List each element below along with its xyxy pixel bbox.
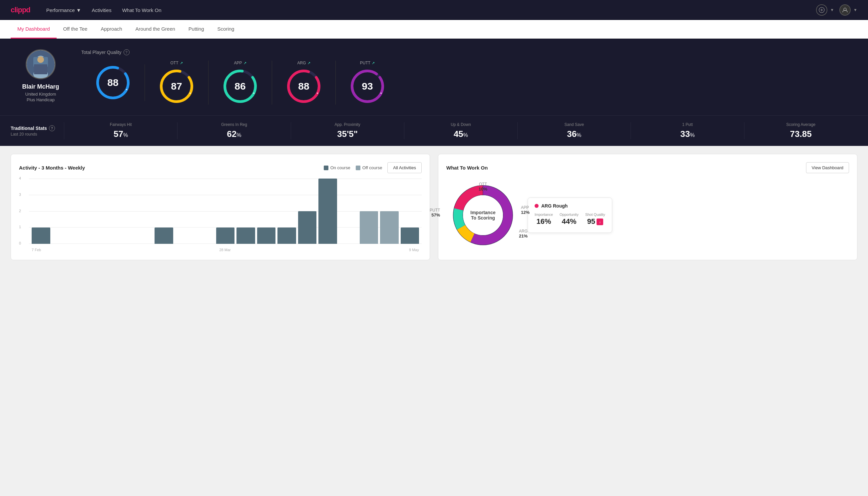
top-nav: clippd Performance ▼ Activities What To …	[0, 0, 868, 20]
bar-14	[318, 179, 337, 244]
subnav-my-dashboard[interactable]: My Dashboard	[11, 20, 57, 38]
bars-container	[29, 179, 422, 244]
player-card: Blair McHarg United Kingdom Plus Handica…	[11, 49, 70, 102]
view-dashboard-button[interactable]: View Dashboard	[806, 162, 849, 173]
stat-app-proximity-label: App. Proximity	[297, 122, 399, 127]
subnav-off-the-tee[interactable]: Off the Tee	[57, 20, 94, 38]
activity-chart-card: Activity - 3 Months - Weekly On course O…	[11, 154, 430, 260]
stat-sand-save: Sand Save 36%	[517, 122, 631, 139]
wtwo-title: What To Work On	[446, 165, 488, 171]
traditional-stats-row: Fairways Hit 57% Greens In Reg 62% App. …	[64, 122, 857, 139]
bar-group-14	[318, 179, 337, 244]
bar-10	[236, 228, 255, 244]
stat-sand-save-value: 36%	[523, 129, 625, 139]
hero-section: Blair McHarg United Kingdom Plus Handica…	[0, 38, 868, 115]
arg-importance-value: 16%	[535, 217, 553, 226]
arg-stat-importance: Importance 16%	[535, 213, 553, 226]
stat-sand-save-label: Sand Save	[523, 122, 625, 127]
traditional-stats-label: Traditional Stats ? Last 20 rounds	[11, 125, 64, 137]
traditional-stats-title: Traditional Stats ?	[11, 125, 64, 131]
stat-up-and-down-label: Up & Down	[410, 122, 512, 127]
x-label-mar: 28 Mar	[219, 248, 231, 252]
wtwo-header: What To Work On View Dashboard	[446, 162, 849, 173]
svg-point-9	[37, 56, 44, 63]
gauge-arg-ring: 88	[285, 68, 322, 105]
performance-dropdown-icon: ▼	[76, 7, 81, 13]
tpq-help-icon[interactable]: ?	[124, 49, 129, 55]
bar-group-6	[155, 228, 173, 244]
ott-trend-icon: ↗	[180, 61, 183, 65]
gauge-ott: OTT ↗ 87	[145, 61, 208, 105]
stat-fairways-hit-label: Fairways Hit	[69, 122, 172, 127]
arg-opportunity-value: 44%	[559, 217, 579, 226]
x-label-may: 9 May	[409, 248, 419, 252]
putt-trend-icon: ↗	[372, 61, 375, 65]
subnav-scoring[interactable]: Scoring	[211, 20, 241, 38]
subnav-putting[interactable]: Putting	[182, 20, 211, 38]
bar-chart-area: 4 3 2 1 0 7 Feb 28 Mar 9 May	[19, 179, 422, 252]
legend-on-course-dot	[324, 166, 328, 170]
donut-label-app: APP 12%	[521, 205, 530, 215]
nav-performance[interactable]: Performance ▼	[46, 5, 81, 16]
player-country: United Kingdom	[25, 92, 56, 97]
stats-area: Total Player Quality ? 88 OTT	[81, 49, 857, 105]
gauge-putt: PUTT ↗ 93	[336, 61, 399, 105]
stat-up-and-down-value: 45%	[410, 129, 512, 139]
traditional-stats-section: Traditional Stats ? Last 20 rounds Fairw…	[0, 115, 868, 146]
add-button[interactable]	[816, 4, 827, 16]
x-label-feb: 7 Feb	[32, 248, 41, 252]
bar-group-17	[380, 211, 399, 244]
tpq-label: Total Player Quality ?	[81, 49, 857, 55]
chart-legend: On course Off course	[324, 165, 382, 170]
bottom-section: Activity - 3 Months - Weekly On course O…	[0, 146, 868, 268]
gauge-arg-value: 88	[298, 81, 309, 92]
donut-chart-wrap: Importance To Scoring OTT 10% APP 12% AR…	[446, 179, 520, 252]
gauge-ott-value: 87	[171, 81, 182, 92]
nav-activities[interactable]: Activities	[92, 5, 112, 16]
bar-17	[380, 211, 399, 244]
stat-scoring-average: Scoring Average 73.85	[744, 122, 857, 139]
gauge-app-ring: 86	[222, 68, 258, 105]
gauge-putt-ring: 93	[349, 68, 386, 105]
down-arrow-badge: ↓	[597, 218, 603, 225]
svg-rect-10	[34, 64, 47, 74]
stat-greens-in-reg: Greens In Reg 62%	[177, 122, 290, 139]
bar-12	[278, 228, 296, 244]
stat-1-putt-value: 33%	[636, 129, 739, 139]
bar-18	[401, 228, 419, 244]
user-avatar-button[interactable]	[839, 4, 851, 16]
app-trend-icon: ↗	[243, 61, 247, 65]
subnav-around-the-green[interactable]: Around the Green	[129, 20, 182, 38]
gauge-ott-ring: 87	[158, 68, 195, 105]
bar-11	[257, 228, 276, 244]
all-activities-button[interactable]: All Activities	[388, 162, 422, 173]
gauge-putt-label: PUTT ↗	[360, 61, 375, 65]
logo: clippd	[11, 6, 30, 14]
bar-group-18	[401, 228, 419, 244]
stat-scoring-average-value: 73.85	[750, 129, 852, 139]
bar-group-11	[257, 228, 276, 244]
donut-label-arg: ARG 21%	[519, 229, 527, 238]
arg-trend-icon: ↗	[307, 61, 311, 65]
sub-nav: My Dashboard Off the Tee Approach Around…	[0, 20, 868, 38]
chart-header: Activity - 3 Months - Weekly On course O…	[19, 162, 422, 173]
bar-group-16	[360, 211, 378, 244]
stat-1-putt-label: 1 Putt	[636, 122, 739, 127]
stat-up-and-down: Up & Down 45%	[404, 122, 517, 139]
bar-group-12	[278, 228, 296, 244]
gauge-overall-ring: 88	[95, 64, 131, 101]
arg-stat-opportunity: Opportunity 44%	[559, 213, 579, 226]
gauge-overall: 88	[81, 64, 145, 101]
arg-stats-row: Importance 16% Opportunity 44% Shot Qual…	[535, 213, 605, 226]
arg-panel-title: ARG Rough	[535, 203, 605, 208]
stat-fairways-hit-value: 57%	[69, 129, 172, 139]
nav-right: ▼ ▼	[816, 4, 857, 16]
subnav-approach[interactable]: Approach	[94, 20, 129, 38]
bar-0	[32, 228, 50, 244]
donut-label-putt: PUTT 57%	[430, 208, 440, 218]
donut-center-text: Importance To Scoring	[470, 210, 495, 220]
wtwo-content: Importance To Scoring OTT 10% APP 12% AR…	[446, 179, 849, 252]
trad-help-icon[interactable]: ?	[49, 125, 55, 131]
nav-what-to-work-on[interactable]: What To Work On	[122, 5, 161, 16]
arg-panel: ARG Rough Importance 16% Opportunity 44%…	[527, 198, 612, 233]
